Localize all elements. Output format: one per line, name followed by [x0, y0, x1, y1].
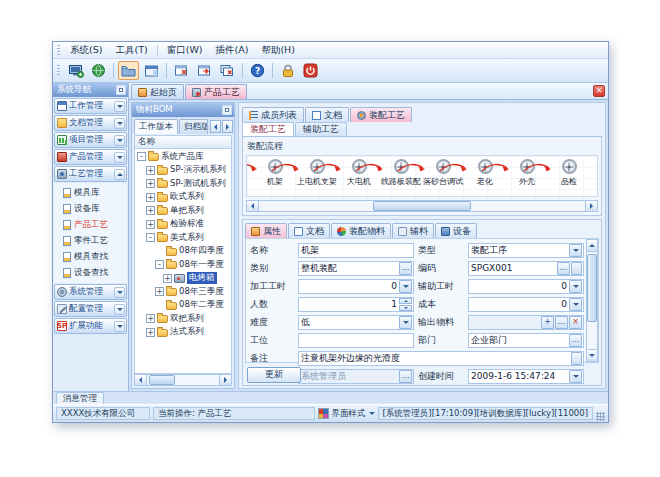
- tab-auxiliary-materials[interactable]: 辅料: [392, 223, 434, 238]
- menu-plugins[interactable]: 插件(A): [209, 43, 254, 58]
- plus-icon[interactable]: +: [541, 316, 554, 329]
- nav-group-work[interactable]: 工作管理: [54, 98, 127, 114]
- chevron-down-icon[interactable]: [114, 152, 125, 163]
- expand-icon[interactable]: +: [146, 220, 155, 229]
- scrollbar-thumb[interactable]: [373, 201, 471, 211]
- toolbar-grip[interactable]: [57, 65, 60, 76]
- scroll-left-icon[interactable]: [135, 375, 147, 385]
- expand-icon[interactable]: +: [155, 287, 164, 296]
- expand-icon[interactable]: +: [146, 179, 155, 188]
- nav-item-product-process[interactable]: 产品工艺: [54, 217, 127, 232]
- nav-group-project[interactable]: 项目管理: [54, 132, 127, 148]
- difficulty-combo[interactable]: 低: [298, 315, 414, 330]
- interface-style-selector[interactable]: 界面样式: [332, 408, 366, 420]
- nav-item-mold-library[interactable]: 模具库: [54, 185, 127, 200]
- nav-item-device-search[interactable]: 设备查找: [54, 265, 127, 280]
- tab-member-list[interactable]: 成员列表: [242, 107, 304, 122]
- tree-column-header[interactable]: 名称: [134, 135, 232, 149]
- subtab-assembly-process[interactable]: 装配工艺: [242, 122, 294, 136]
- type-combo[interactable]: 装配工序: [468, 243, 584, 258]
- scroll-right-icon[interactable]: [585, 201, 597, 211]
- expand-icon[interactable]: +: [146, 166, 155, 175]
- scroll-right-icon[interactable]: [219, 375, 231, 385]
- ellipsis-icon[interactable]: …: [399, 262, 412, 275]
- close-icon[interactable]: ✕: [593, 85, 605, 97]
- close-all-documents-button[interactable]: [217, 61, 238, 80]
- chevron-down-icon[interactable]: [399, 316, 412, 329]
- tree-row[interactable]: +单把系列: [135, 204, 231, 218]
- subtab-auxiliary-process[interactable]: 辅助工艺: [295, 122, 347, 136]
- chevron-down-icon[interactable]: [114, 135, 125, 146]
- form-vertical-scrollbar[interactable]: [586, 239, 598, 362]
- tree-row[interactable]: +法式系列: [135, 326, 231, 340]
- ellipsis-icon[interactable]: …: [557, 262, 570, 275]
- chevron-down-icon[interactable]: [114, 321, 125, 332]
- chevron-down-icon[interactable]: [114, 304, 125, 315]
- nav-group-product[interactable]: 产品管理: [54, 149, 127, 165]
- bom-horizontal-scrollbar[interactable]: [134, 374, 232, 386]
- menu-help[interactable]: 帮助(H): [255, 43, 301, 58]
- cost-field[interactable]: 0: [468, 297, 584, 312]
- nav-group-extension[interactable]: SP 扩展功能: [54, 318, 127, 334]
- chevron-down-icon[interactable]: [369, 412, 375, 418]
- tree-row[interactable]: +检验标准: [135, 218, 231, 232]
- nav-group-config[interactable]: 配置管理: [54, 301, 127, 317]
- open-folder-button[interactable]: [118, 61, 139, 80]
- department-field[interactable]: 企业部门…: [468, 333, 584, 348]
- expand-icon[interactable]: +: [163, 274, 172, 283]
- code-extra-button[interactable]: [571, 262, 582, 275]
- expand-icon[interactable]: +: [146, 206, 155, 215]
- chevron-down-icon[interactable]: [569, 244, 582, 257]
- ellipsis-icon[interactable]: …: [569, 334, 582, 347]
- lock-button[interactable]: [277, 61, 298, 80]
- scroll-left-icon[interactable]: [210, 120, 221, 133]
- update-button[interactable]: 更新: [247, 367, 301, 383]
- chevron-down-icon[interactable]: [114, 118, 125, 129]
- code-field[interactable]: SPGX001…: [468, 261, 584, 276]
- tab-product-process[interactable]: 产品工艺: [185, 84, 247, 99]
- scroll-up-icon[interactable]: [587, 240, 597, 252]
- scroll-right-icon[interactable]: [222, 120, 233, 133]
- expand-icon[interactable]: +: [146, 193, 155, 202]
- output-material-field[interactable]: +…×: [468, 315, 584, 330]
- tree-row[interactable]: 08年四季度: [135, 245, 231, 259]
- chevron-down-icon[interactable]: [569, 298, 582, 311]
- tab-documents[interactable]: 文档: [305, 107, 349, 122]
- tree-row[interactable]: -美式系列: [135, 231, 231, 245]
- tree-row[interactable]: -08年一季度: [135, 258, 231, 272]
- tree-row[interactable]: +欧式系列: [135, 191, 231, 205]
- clear-icon[interactable]: ×: [569, 316, 582, 329]
- pin-icon[interactable]: [222, 105, 232, 115]
- close-document-button[interactable]: [171, 61, 192, 80]
- nav-item-device-library[interactable]: 设备库: [54, 201, 127, 216]
- menu-tools[interactable]: 工具(T): [109, 43, 153, 58]
- name-field[interactable]: 机架: [298, 243, 414, 258]
- menubar-grip[interactable]: [57, 45, 60, 56]
- nav-item-mold-search[interactable]: 模具查找: [54, 249, 127, 264]
- scrollbar-thumb[interactable]: [149, 375, 175, 385]
- style-palette-icon[interactable]: [318, 408, 329, 419]
- tree-row[interactable]: -系统产品库: [135, 150, 231, 164]
- scroll-left-icon[interactable]: [247, 201, 259, 211]
- expand-icon[interactable]: +: [146, 314, 155, 323]
- spinner-icon[interactable]: [399, 298, 412, 311]
- headcount-stepper[interactable]: 1: [298, 297, 414, 312]
- chevron-down-icon[interactable]: [114, 287, 125, 298]
- resize-grip[interactable]: [596, 412, 605, 421]
- tab-archived-version[interactable]: 归档版本: [179, 119, 208, 134]
- switch-document-button[interactable]: [194, 61, 215, 80]
- ellipsis-icon[interactable]: …: [555, 316, 568, 329]
- nav-group-process[interactable]: 工艺管理: [54, 166, 127, 182]
- tab-working-version[interactable]: 工作版本: [134, 119, 178, 134]
- nav-item-part-process[interactable]: 零件工艺: [54, 233, 127, 248]
- spin-up-icon[interactable]: [399, 298, 412, 304]
- pin-icon[interactable]: [116, 85, 126, 95]
- tab-equipment[interactable]: 设备: [435, 223, 477, 238]
- tab-message-management[interactable]: 消息管理: [56, 392, 104, 404]
- machine-hours-field[interactable]: 0: [298, 279, 414, 294]
- globe-button[interactable]: [88, 61, 109, 80]
- tab-prop-documents[interactable]: 文档: [288, 223, 330, 238]
- monitor-button[interactable]: [65, 61, 86, 80]
- tree-row-selected[interactable]: +电烤箱: [135, 272, 231, 286]
- tree-row[interactable]: +SP-测试机系列: [135, 177, 231, 191]
